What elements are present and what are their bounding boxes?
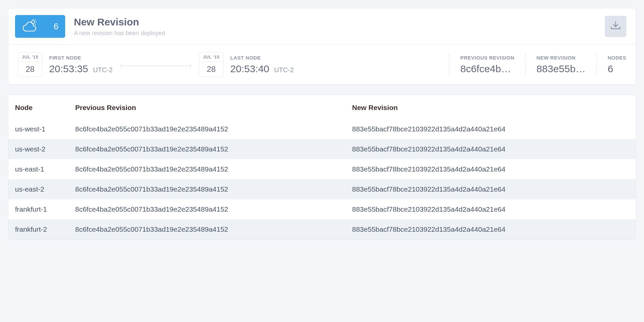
new-revision-col: NEW REVISION 883e55b…: [536, 55, 586, 75]
timeline-divider: [121, 66, 191, 66]
cell-new: 883e55bacf78bce2103922d135a4d2a440a21e64: [352, 205, 629, 213]
th-prev: Previous Revision: [75, 104, 352, 112]
cell-node: us-west-2: [15, 145, 75, 153]
cell-node: us-east-2: [15, 185, 75, 193]
revision-badge: 6: [15, 15, 65, 38]
previous-revision-col: PREVIOUS REVISION 8c6fce4b…: [460, 55, 514, 75]
first-node-date: JUL '15 28: [18, 52, 42, 77]
page-subtitle: A new revision has been deployed: [74, 30, 605, 37]
first-node-time: 20:53:35 UTC-2: [49, 63, 113, 75]
revision-summary-card: 6 New Revision A new revision has been d…: [8, 8, 636, 85]
previous-revision-label: PREVIOUS REVISION: [460, 55, 514, 61]
last-node-tz: UTC-2: [274, 66, 294, 74]
svg-line-3: [35, 19, 36, 20]
th-node: Node: [15, 104, 75, 112]
cell-new: 883e55bacf78bce2103922d135a4d2a440a21e64: [352, 225, 629, 233]
cell-node: us-west-1: [15, 125, 75, 133]
cell-prev: 8c6fce4ba2e055c0071b33ad19e2e235489a4152: [75, 225, 352, 233]
first-node-month: JUL '15: [18, 52, 42, 62]
svg-line-4: [35, 24, 36, 25]
table-row: us-east-28c6fce4ba2e055c0071b33ad19e2e23…: [8, 179, 636, 199]
last-node-day: 28: [199, 62, 223, 77]
first-node-day: 28: [18, 62, 42, 77]
first-node-col: FIRST NODE 20:53:35 UTC-2: [49, 55, 113, 75]
last-node-month: JUL '15: [199, 52, 223, 62]
nodes-value: 6: [608, 63, 626, 75]
download-icon: [610, 20, 621, 33]
divider: [449, 54, 449, 75]
nodes-label: NODES: [608, 55, 626, 61]
badge-count: 6: [54, 21, 58, 32]
first-node-time-value: 20:53:35: [49, 63, 88, 74]
last-node-label: LAST NODE: [230, 55, 294, 61]
cell-prev: 8c6fce4ba2e055c0071b33ad19e2e235489a4152: [75, 125, 352, 133]
last-node-time-value: 20:53:40: [230, 63, 269, 74]
table-row: us-east-18c6fce4ba2e055c0071b33ad19e2e23…: [8, 159, 636, 179]
download-button[interactable]: [605, 16, 626, 37]
cell-prev: 8c6fce4ba2e055c0071b33ad19e2e235489a4152: [75, 145, 352, 153]
table-row: us-west-18c6fce4ba2e055c0071b33ad19e2e23…: [8, 119, 636, 139]
new-revision-label: NEW REVISION: [536, 55, 586, 61]
meta-row: JUL '15 28 FIRST NODE 20:53:35 UTC-2 JUL…: [8, 44, 636, 84]
nodes-col: NODES 6: [608, 55, 626, 75]
nodes-table: Node Previous Revision New Revision us-w…: [8, 95, 636, 240]
table-body: us-west-18c6fce4ba2e055c0071b33ad19e2e23…: [8, 119, 636, 239]
last-node-time: 20:53:40 UTC-2: [230, 63, 294, 75]
cell-new: 883e55bacf78bce2103922d135a4d2a440a21e64: [352, 125, 629, 133]
divider: [525, 54, 526, 75]
previous-revision-value: 8c6fce4b…: [460, 63, 514, 75]
first-node-label: FIRST NODE: [49, 55, 113, 61]
cell-prev: 8c6fce4ba2e055c0071b33ad19e2e235489a4152: [75, 205, 352, 213]
new-revision-value: 883e55b…: [536, 63, 586, 75]
table-header-row: Node Previous Revision New Revision: [8, 95, 636, 119]
first-node-tz: UTC-2: [93, 66, 113, 74]
card-header: 6 New Revision A new revision has been d…: [8, 8, 636, 44]
table-row: frankfurt-18c6fce4ba2e055c0071b33ad19e2e…: [8, 199, 636, 219]
cloud-sun-icon: [22, 18, 38, 34]
table-row: us-west-28c6fce4ba2e055c0071b33ad19e2e23…: [8, 139, 636, 159]
title-block: New Revision A new revision has been dep…: [74, 16, 605, 37]
divider: [596, 54, 597, 75]
cell-new: 883e55bacf78bce2103922d135a4d2a440a21e64: [352, 145, 629, 153]
cell-node: us-east-1: [15, 165, 75, 173]
th-new: New Revision: [352, 104, 629, 112]
last-node-date: JUL '15 28: [199, 52, 224, 77]
cell-node: frankfurt-2: [15, 225, 75, 233]
last-node-col: LAST NODE 20:53:40 UTC-2: [230, 55, 294, 75]
cell-prev: 8c6fce4ba2e055c0071b33ad19e2e235489a4152: [75, 165, 352, 173]
cell-new: 883e55bacf78bce2103922d135a4d2a440a21e64: [352, 185, 629, 193]
cell-prev: 8c6fce4ba2e055c0071b33ad19e2e235489a4152: [75, 185, 352, 193]
cell-new: 883e55bacf78bce2103922d135a4d2a440a21e64: [352, 165, 629, 173]
page-title: New Revision: [74, 16, 605, 28]
table-row: frankfurt-28c6fce4ba2e055c0071b33ad19e2e…: [8, 219, 636, 239]
cell-node: frankfurt-1: [15, 205, 75, 213]
